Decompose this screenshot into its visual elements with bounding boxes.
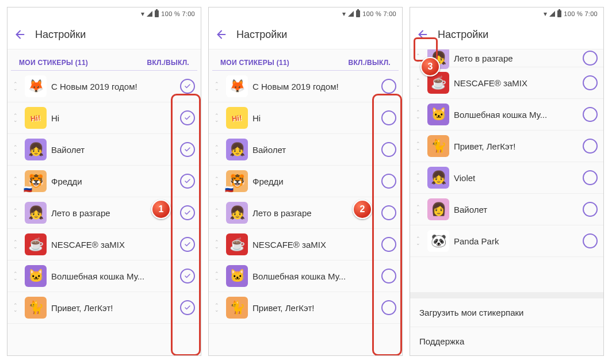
sticker-pack-label: Hi [253,113,377,123]
drag-handle-icon[interactable]: ⌃⌄ [414,142,423,151]
sticker-toggle[interactable] [180,269,195,283]
sticker-pack-icon: 🐈 [25,297,47,319]
drag-handle-icon[interactable]: ⌃⌄ [212,145,221,154]
sticker-list[interactable]: ⌃⌄🦊С Новым 2019 годом!⌃⌄Hi!Hi⌃⌄👧Вайолет⌃… [7,71,201,355]
sticker-pack-label: Лето в разгаре [454,53,578,63]
status-text: 100 % 7:00 [161,10,195,17]
sticker-pack-icon: 🦊 [25,75,47,97]
sticker-pack-icon: 🦊 [226,75,248,97]
section-toggle-label: ВКЛ./ВЫКЛ. [147,59,189,67]
sticker-pack-label: Вайолет [454,205,578,214]
drag-handle-icon[interactable]: ⌃⌄ [414,237,423,246]
sticker-pack-icon: 🐈 [226,297,248,319]
drag-handle-icon[interactable]: ⌃⌄ [212,272,221,281]
sticker-toggle[interactable] [583,75,598,90]
sticker-row: ⌃⌄☕NESCAFE® заMIX [410,67,603,99]
sticker-toggle[interactable] [381,79,396,94]
divider [410,292,603,298]
sticker-list[interactable]: ⌃⌄👧Лето в разгаре⌃⌄☕NESCAFE® заMIX⌃⌄🐱Вол… [410,49,603,292]
sticker-toggle[interactable] [180,110,195,125]
wifi-icon: ▾ [544,10,547,18]
drag-handle-icon[interactable]: ⌃⌄ [414,79,423,87]
phone-screen-2: ▾100 % 7:00НастройкиМОИ СТИКЕРЫ (11)ВКЛ.… [208,7,403,356]
sticker-pack-icon: 🐯🇷🇺 [25,170,47,192]
sticker-pack-icon: 🐱 [25,265,47,287]
drag-handle-icon[interactable]: ⌃⌄ [11,240,20,249]
sticker-pack-label: NESCAFE® заMIX [51,240,175,250]
phone-screen-1: ▾100 % 7:00НастройкиМОИ СТИКЕРЫ (11)ВКЛ.… [7,7,201,356]
section-header: МОИ СТИКЕРЫ (11)ВКЛ./ВЫКЛ. [11,49,197,71]
sticker-row: ⌃⌄🦊С Новым 2019 годом! [7,71,201,102]
footer-link[interactable]: Поддержка [410,327,603,355]
sticker-toggle[interactable] [381,205,396,220]
drag-handle-icon[interactable]: ⌃⌄ [212,82,221,91]
back-arrow-icon[interactable] [215,28,228,41]
sticker-pack-icon: 👧 [25,139,47,160]
sticker-pack-label: Привет, ЛегКэт! [454,141,578,151]
drag-handle-icon[interactable]: ⌃⌄ [11,304,20,312]
drag-handle-icon[interactable]: ⌃⌄ [11,272,20,281]
sticker-pack-icon: 👧 [226,202,248,224]
sticker-toggle[interactable] [381,269,396,283]
sticker-toggle[interactable] [180,300,195,315]
drag-handle-icon[interactable]: ⌃⌄ [11,114,20,122]
sticker-pack-icon: 🐱 [226,265,248,287]
drag-handle-icon[interactable]: ⌃⌄ [414,174,423,182]
sticker-pack-icon: 🐯🇷🇺 [226,170,248,192]
sticker-row: ⌃⌄☕NESCAFE® заMIX [209,229,402,260]
sticker-toggle[interactable] [180,142,195,157]
drag-handle-icon[interactable]: ⌃⌄ [212,177,221,186]
sticker-toggle[interactable] [180,205,195,220]
drag-handle-icon[interactable]: ⌃⌄ [212,240,221,249]
sticker-pack-icon: 👧 [427,167,449,189]
app-header: Настройки [209,20,402,49]
drag-handle-icon[interactable]: ⌃⌄ [11,209,20,217]
page-title: Настройки [236,29,287,41]
sticker-row: ⌃⌄👩Вайолет [410,194,603,225]
drag-handle-icon[interactable]: ⌃⌄ [212,114,221,122]
sticker-pack-icon: 🐼 [427,230,449,252]
sticker-toggle[interactable] [180,174,195,189]
back-arrow-icon[interactable] [13,28,27,41]
sticker-row: ⌃⌄🐱Волшебная кошка Му... [209,260,402,292]
page-title: Настройки [35,29,86,41]
sticker-row: ⌃⌄👧Лето в разгаре [209,197,402,229]
back-arrow-icon[interactable] [416,28,430,41]
sticker-toggle[interactable] [180,237,195,252]
sticker-toggle[interactable] [583,233,598,248]
sticker-toggle[interactable] [583,170,598,185]
sticker-toggle[interactable] [180,79,195,94]
sticker-pack-icon: 🐱 [427,104,449,125]
drag-handle-icon[interactable]: ⌃⌄ [414,110,423,119]
step-badge: 2 [353,200,372,219]
section-title: МОИ СТИКЕРЫ (11) [19,59,88,67]
sticker-pack-icon: Hi! [226,107,248,129]
sticker-toggle[interactable] [381,237,396,252]
sticker-pack-label: Violet [454,173,578,183]
sticker-row: ⌃⌄🐯🇷🇺Фредди [7,166,201,197]
sticker-pack-label: Вайолет [51,145,175,155]
sticker-pack-label: Panda Park [454,236,578,246]
drag-handle-icon[interactable]: ⌃⌄ [11,82,20,91]
sticker-toggle[interactable] [381,110,396,125]
sticker-pack-icon: 👧 [226,139,248,160]
sticker-row: ⌃⌄👧Вайолет [7,134,201,166]
sticker-toggle[interactable] [381,142,396,157]
sticker-row: ⌃⌄☕NESCAFE® заMIX [7,229,201,260]
drag-handle-icon[interactable]: ⌃⌄ [11,177,20,186]
drag-handle-icon[interactable]: ⌃⌄ [11,145,20,154]
sticker-toggle[interactable] [583,51,598,66]
sticker-toggle[interactable] [381,174,396,189]
drag-handle-icon[interactable]: ⌃⌄ [212,304,221,312]
sticker-list[interactable]: ⌃⌄🦊С Новым 2019 годом!⌃⌄Hi!Hi⌃⌄👧Вайолет⌃… [209,71,402,355]
sticker-toggle[interactable] [583,139,598,154]
drag-handle-icon[interactable]: ⌃⌄ [212,209,221,217]
sticker-toggle[interactable] [583,202,598,217]
sticker-toggle[interactable] [583,107,598,122]
drag-handle-icon[interactable]: ⌃⌄ [414,205,423,214]
step-badge: 3 [420,57,440,76]
sticker-toggle[interactable] [381,300,396,315]
footer-link[interactable]: Загрузить мои стикерпаки [410,298,603,327]
sticker-row: ⌃⌄🐯🇷🇺Фредди [209,166,402,197]
sticker-pack-label: Волшебная кошка Му... [454,110,578,120]
